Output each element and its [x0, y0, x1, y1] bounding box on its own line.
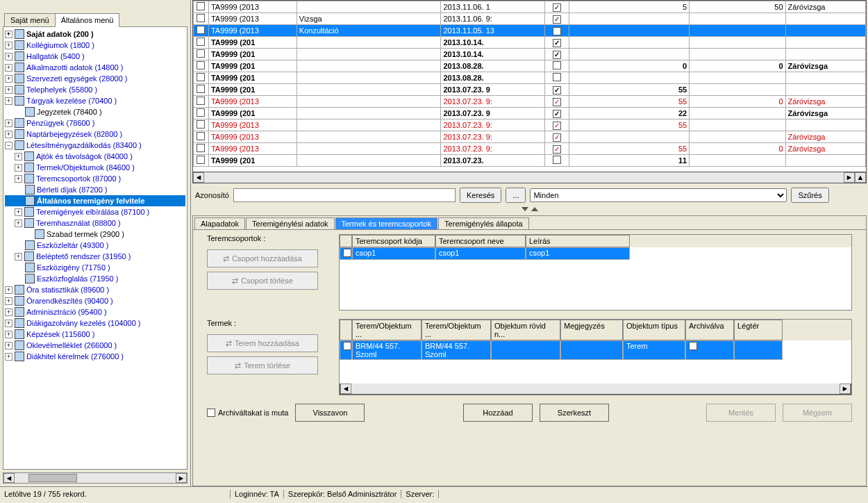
nav-tree[interactable]: +Saját adatok (200 )+Kollégiumok (1800 )…	[3, 26, 187, 470]
expand-icon[interactable]: +	[5, 42, 12, 49]
expand-icon[interactable]: +	[5, 97, 12, 105]
tree-item[interactable]: +Teremcsoportok (87000 )	[5, 173, 185, 184]
subtab-rooms[interactable]: Termek és teremcsoportok	[335, 217, 438, 229]
tree-item[interactable]: Eszközfoglalás (71950 )	[5, 273, 185, 284]
tree-label[interactable]: Létesítménygazdálkodás (83400 )	[26, 141, 142, 149]
archived-checkbox[interactable]: Archiváltakat is muta	[207, 409, 288, 417]
grid-row[interactable]: TA9999 (20132013.07.23. 9:✓550Záróvizsga	[194, 96, 866, 108]
tree-item[interactable]: +Adminisztráció (95400 )	[5, 306, 185, 318]
expand-icon[interactable]: +	[15, 208, 22, 216]
tree-item[interactable]: +Ajtók és távolságok (84000 )	[5, 151, 185, 162]
tree-label[interactable]: Beléptető rendszer (31950 )	[36, 252, 131, 261]
edit-button[interactable]: Szerkeszt	[540, 404, 609, 422]
filter-select[interactable]: Minden	[530, 188, 787, 202]
search-button[interactable]: Keresés	[460, 188, 501, 203]
tree-item[interactable]: −Létesítménygazdálkodás (83400 )	[5, 140, 185, 151]
grid-row[interactable]: TA9999 (20132013.11.06. 1✓550Záróvizsga	[194, 1, 866, 13]
tree-label[interactable]: Órarendkészítés (90400 )	[26, 297, 113, 305]
expand-icon[interactable]: +	[5, 286, 12, 294]
expand-icon[interactable]: +	[5, 297, 12, 305]
expand-icon[interactable]: +	[5, 119, 12, 127]
tree-label[interactable]: Hallgatók (5400 )	[26, 52, 85, 60]
tree-label[interactable]: Általános teremigény felvitele	[37, 197, 144, 205]
del-group-button[interactable]: ⇄Csoport törlése	[207, 272, 318, 290]
tree-label[interactable]: Jegyzetek (78400 )	[37, 108, 102, 116]
subtab-status[interactable]: Teremigénylés állapota	[438, 217, 529, 229]
filter-button[interactable]: Szűrés	[791, 188, 828, 203]
expand-icon[interactable]: +	[15, 253, 22, 261]
tree-label[interactable]: Szervezeti egységek (28000 )	[26, 74, 128, 83]
tree-item[interactable]: +Telephelyek (55800 )	[5, 84, 185, 95]
tree-label[interactable]: Bérleti díjak (87200 )	[37, 185, 108, 194]
tree-label[interactable]: Eszközigény (71750 )	[37, 263, 110, 272]
expand-icon[interactable]: +	[5, 353, 12, 361]
expand-icon[interactable]: +	[5, 53, 12, 60]
cancel-button[interactable]: Mégsem	[783, 404, 852, 422]
expand-icon[interactable]: +	[15, 175, 22, 183]
tree-item[interactable]: Bérleti díjak (87200 )	[5, 184, 185, 195]
expand-icon[interactable]: +	[15, 153, 22, 160]
expand-icon[interactable]: +	[5, 320, 12, 327]
tree-label[interactable]: Óra statisztikák (89600 )	[26, 286, 109, 294]
expand-icon[interactable]: +	[5, 75, 12, 83]
grid-row[interactable]: TA9999 (2013Vizsga2013.11.06. 9:✓	[194, 13, 866, 25]
splitter[interactable]	[192, 207, 867, 213]
expand-icon[interactable]: −	[5, 142, 12, 149]
tree-item[interactable]: +Kollégiumok (1800 )	[5, 40, 185, 51]
expand-icon[interactable]: +	[5, 308, 12, 316]
rooms-grid[interactable]: Terem/Objektum ... Terem/Objektum ... Ob…	[339, 319, 852, 395]
main-grid[interactable]: TA9999 (20132013.11.06. 1✓550ZáróvizsgaT…	[192, 0, 867, 172]
grid-row[interactable]: TA9999 (20132013.07.23. 9:✓550Záróvizsga	[194, 143, 866, 155]
tree-label[interactable]: Eszközfoglalás (71950 )	[37, 274, 118, 283]
grid-row[interactable]: TA9999 (2012013.10.14.✓	[194, 37, 866, 49]
tree-item[interactable]: Jegyzetek (78400 )	[5, 106, 185, 117]
tree-item[interactable]: +Óra statisztikák (89600 )	[5, 284, 185, 295]
tree-item[interactable]: +Órarendkészítés (90400 )	[5, 295, 185, 306]
tree-item[interactable]: +Saját adatok (200 )	[5, 28, 185, 40]
tree-label[interactable]: Szabad termek (2900 )	[47, 230, 124, 238]
tree-label[interactable]: Naptárbejegyzések (82800 )	[26, 130, 122, 138]
tree-label[interactable]: Ajtók és távolságok (84000 )	[36, 152, 133, 160]
expand-icon[interactable]: +	[5, 331, 12, 338]
tree-item[interactable]: +Hallgatók (5400 )	[5, 51, 185, 62]
tree-item[interactable]: Eszközigény (71750 )	[5, 262, 185, 273]
tree-item[interactable]: +Teremhasználat (88800 )	[5, 217, 185, 229]
expand-icon[interactable]: +	[5, 31, 12, 38]
add-room-button[interactable]: ⇄Terem hozzáadása	[207, 334, 318, 352]
tree-label[interactable]: Teremcsoportok (87000 )	[36, 174, 121, 183]
save-button[interactable]: Mentés	[706, 404, 776, 422]
tree-label[interactable]: Alkalmazotti adatok (14800 )	[26, 63, 123, 72]
tree-label[interactable]: Teremhasználat (88800 )	[36, 219, 121, 227]
subtab-basic[interactable]: Alapadatok	[194, 217, 245, 229]
tree-item[interactable]: +Diákigazolvány kezelés (104000 )	[5, 318, 185, 329]
tree-label[interactable]: Diákhitel kérelmek (276000 )	[26, 352, 124, 361]
tree-label[interactable]: Adminisztráció (95400 )	[26, 308, 107, 316]
tab-own-menu[interactable]: Saját menü	[4, 13, 56, 27]
grid-row[interactable]: TA9999 (20132013.07.23. 9:✓Záróvizsga	[194, 131, 866, 143]
tree-item[interactable]: +Diákhitel kérelmek (276000 )	[5, 351, 185, 362]
expand-icon[interactable]: +	[5, 131, 12, 138]
tree-item[interactable]: Szabad termek (2900 )	[5, 229, 185, 240]
grid-row[interactable]: TA9999 (2012013.07.23. 9✓55	[194, 84, 866, 96]
grid-row[interactable]: TA9999 (2012013.10.14.✓	[194, 49, 866, 60]
tree-label[interactable]: Kollégiumok (1800 )	[26, 41, 94, 49]
tree-label[interactable]: Pénzügyek (78600 )	[26, 119, 94, 127]
tree-item[interactable]: +Beléptető rendszer (31950 )	[5, 251, 185, 262]
tree-item[interactable]: +Alkalmazotti adatok (14800 )	[5, 62, 185, 73]
tree-label[interactable]: Saját adatok (200 )	[26, 30, 94, 38]
grid-row[interactable]: TA9999 (20132013.07.23. 9:✓55	[194, 119, 866, 131]
grid-row[interactable]: TA9999 (2012013.07.23. 9✓22Záróvizsga	[194, 108, 866, 119]
tree-item[interactable]: Eszközleltár (49300 )	[5, 240, 185, 251]
tree-label[interactable]: Telephelyek (55800 )	[26, 85, 97, 94]
del-room-button[interactable]: ⇄Terem törlése	[207, 356, 318, 374]
tree-item[interactable]: +Tárgyak kezelése (70400 )	[5, 95, 185, 106]
tree-item[interactable]: +Képzések (115600 )	[5, 329, 185, 340]
tree-item[interactable]: +Termek/Objektumok (84600 )	[5, 162, 185, 173]
tree-label[interactable]: Oklevélmelléklet (266000 )	[26, 341, 117, 349]
tree-label[interactable]: Termek/Objektumok (84600 )	[36, 163, 135, 172]
add-button[interactable]: Hozzáad	[463, 404, 533, 422]
tree-item[interactable]: +Szervezeti egységek (28000 )	[5, 73, 185, 84]
expand-icon[interactable]: +	[5, 342, 12, 349]
tree-label[interactable]: Tárgyak kezelése (70400 )	[26, 97, 117, 105]
tree-label[interactable]: Teremigények elbírálása (87100 )	[36, 208, 149, 216]
